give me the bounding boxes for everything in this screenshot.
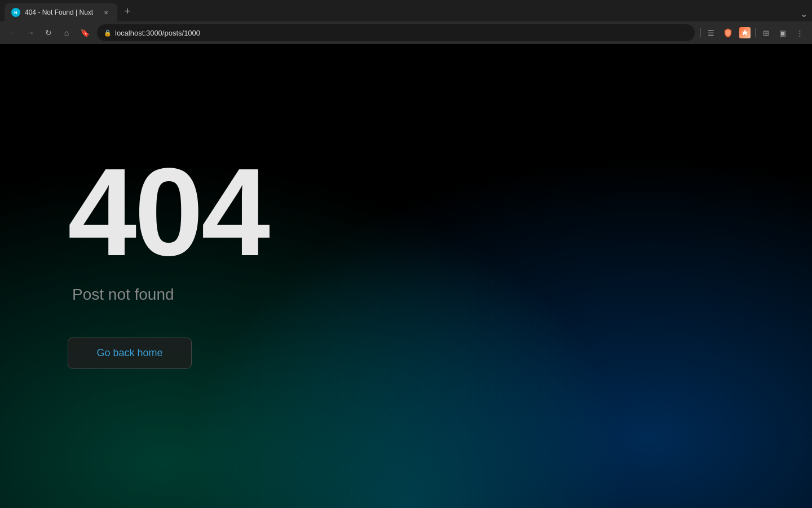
hamburger-button[interactable]: ☰: [703, 25, 719, 41]
brave-shields-button[interactable]: [720, 25, 736, 41]
forward-button[interactable]: →: [23, 25, 38, 41]
new-tab-button[interactable]: +: [120, 3, 135, 19]
tab-close-button[interactable]: ✕: [102, 8, 111, 17]
page-content: 404 Post not found Go back home: [0, 44, 812, 508]
nav-divider-2: [755, 28, 756, 37]
tab-bar: N 404 - Not Found | Nuxt ✕ + ⌄: [0, 0, 812, 21]
error-content: 404 Post not found Go back home: [0, 44, 812, 508]
home-button[interactable]: ⌂: [59, 25, 74, 41]
tab-favicon: N: [11, 8, 20, 17]
browser-chrome: N 404 - Not Found | Nuxt ✕ + ⌄ ← → ↻ ⌂ 🔖…: [0, 0, 812, 44]
reload-button[interactable]: ↻: [41, 25, 56, 41]
window-minimize[interactable]: ⌄: [800, 8, 807, 19]
address-bar[interactable]: 🔒 localhost:3000/posts/1000: [97, 24, 695, 41]
error-message: Post not found: [68, 286, 812, 304]
svg-text:N: N: [14, 10, 17, 15]
url-text: localhost:3000/posts/1000: [115, 29, 688, 37]
error-code: 404: [68, 150, 812, 274]
nav-right-controls: ☰ ⊞ ▣ ⋮: [699, 25, 807, 41]
nav-divider: [700, 28, 701, 37]
sidebar-button[interactable]: ⊞: [758, 25, 774, 41]
wallet-button[interactable]: ▣: [775, 25, 791, 41]
rewards-icon: [739, 27, 751, 38]
nav-bar: ← → ↻ ⌂ 🔖 🔒 localhost:3000/posts/1000 ☰: [0, 21, 812, 44]
back-button[interactable]: ←: [5, 25, 20, 41]
go-home-button[interactable]: Go back home: [68, 338, 192, 369]
tab-title: 404 - Not Found | Nuxt: [25, 8, 97, 16]
window-controls: ⌄: [800, 8, 807, 19]
menu-button[interactable]: ⋮: [792, 25, 807, 41]
security-icon: 🔒: [104, 29, 112, 37]
active-tab[interactable]: N 404 - Not Found | Nuxt ✕: [5, 3, 117, 21]
rewards-button[interactable]: [737, 25, 753, 41]
bookmark-button[interactable]: 🔖: [77, 25, 92, 41]
